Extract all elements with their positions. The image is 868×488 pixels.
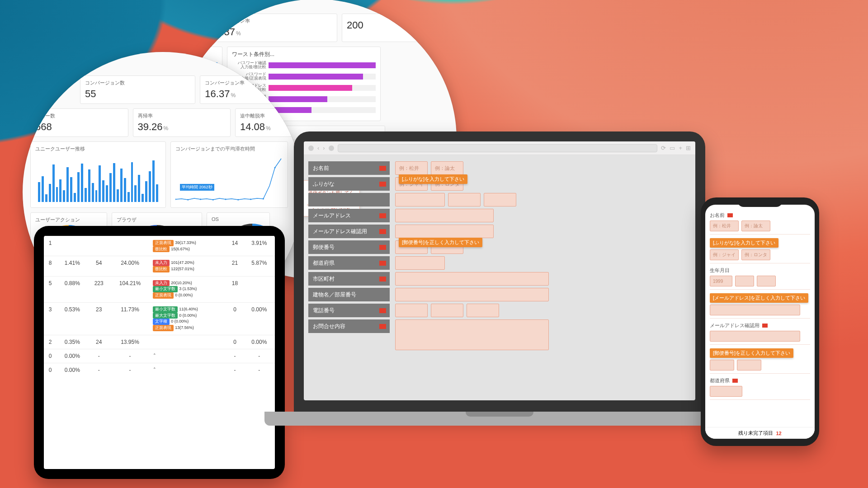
contact-form-mobile: お名前例：松井例：論太[ふりがな]を入力して下さい例：ジャイ例：ロンタ生年月日1… bbox=[710, 208, 810, 426]
form-row: 市区町村 bbox=[308, 272, 691, 286]
form-input[interactable]: 例：論太 bbox=[741, 221, 770, 231]
required-badge bbox=[379, 166, 386, 171]
toolbar-extra-3[interactable]: ⊞ bbox=[686, 145, 691, 151]
form-label: メールアドレス bbox=[308, 209, 390, 222]
metric-card: 再帰率 39.26% bbox=[133, 108, 231, 137]
form-label: メールアドレス確認用 bbox=[710, 322, 810, 329]
card-title: ワースト条件別... bbox=[232, 51, 376, 58]
form-row: 建物名／部屋番号 bbox=[308, 288, 691, 301]
window-control[interactable] bbox=[308, 145, 314, 151]
form-row: メールアドレス bbox=[308, 209, 691, 222]
form-row: 例：松井例：論太 bbox=[710, 221, 810, 231]
contact-form: 必須項目に入力の上送信ボタンを押してください。 入力進捗 0% (0/15) お… bbox=[304, 155, 695, 357]
laptop-base bbox=[264, 412, 735, 426]
form-label: 生年月日 bbox=[710, 267, 810, 274]
unique-users-chart bbox=[35, 154, 161, 204]
svg-point-1 bbox=[187, 199, 189, 200]
svg-point-6 bbox=[250, 198, 251, 200]
form-input[interactable] bbox=[484, 193, 516, 206]
table-row: 1 正規表現39(17.33%)衝比較15(6.67%) 143.91% bbox=[44, 236, 275, 256]
form-input[interactable] bbox=[395, 304, 428, 317]
validation-tip: [ふりがな]を入力して下さい bbox=[710, 238, 778, 248]
toolbar-extra-2[interactable]: + bbox=[679, 145, 682, 151]
required-badge bbox=[379, 245, 386, 250]
form-row: 都道府県 bbox=[308, 256, 691, 270]
metric-value: 568 bbox=[35, 121, 123, 133]
metric-card: コンバージョン数 55 bbox=[80, 75, 195, 104]
form-row: 例：ジャイ例：ロンタ bbox=[710, 249, 810, 260]
form-label: ふりがな bbox=[308, 177, 390, 191]
remaining-label: 残り未完了項目 bbox=[738, 430, 773, 436]
form-input[interactable] bbox=[710, 305, 800, 315]
table-row: 30.53%2311.73% 最小文字数11(6.40%)最大文字数0 (0.0… bbox=[44, 302, 275, 335]
svg-point-0 bbox=[175, 198, 176, 200]
form-input[interactable] bbox=[757, 276, 776, 286]
form-input[interactable] bbox=[467, 304, 499, 317]
form-input[interactable]: 例：松井 bbox=[710, 221, 739, 231]
table-row: 81.41%5424.00% 未入力101(47.20%)衝比較122(57.0… bbox=[44, 256, 275, 276]
form-label: 電話番号 bbox=[308, 304, 390, 317]
form-input[interactable] bbox=[710, 360, 734, 371]
form-row: メールアドレス確認用 bbox=[308, 225, 691, 238]
form-label: 郵便番号 bbox=[308, 240, 390, 254]
required-badge bbox=[727, 213, 733, 217]
worst-row: パスワード入力後/正規表現 bbox=[232, 72, 376, 81]
form-row bbox=[710, 305, 810, 315]
avg-stay-chart: 平均時間 2062秒 bbox=[175, 154, 283, 204]
metric-value: 55 bbox=[85, 88, 190, 100]
required-badge bbox=[379, 261, 386, 266]
card-title: ブラウザ bbox=[117, 216, 197, 223]
form-input[interactable] bbox=[737, 360, 761, 371]
form-input[interactable] bbox=[710, 331, 800, 342]
form-input[interactable] bbox=[395, 193, 445, 206]
svg-point-7 bbox=[263, 198, 264, 199]
svg-point-4 bbox=[225, 198, 226, 200]
rate-metric-row: ビュー数 568 再帰率 39.26% 途中離脱率 14.08% 確定率 46.… bbox=[30, 108, 303, 137]
remaining-count: 12 bbox=[776, 431, 781, 436]
nav-back-icon[interactable]: ‹ bbox=[317, 145, 319, 151]
form-input[interactable] bbox=[395, 256, 445, 270]
form-input[interactable] bbox=[395, 225, 494, 238]
form-input[interactable] bbox=[735, 276, 754, 286]
metric-label: ビュー数 bbox=[35, 113, 123, 119]
form-input[interactable] bbox=[395, 209, 494, 222]
form-input[interactable] bbox=[395, 288, 549, 301]
required-badge bbox=[379, 324, 386, 329]
form-input[interactable]: 例：ロンタ bbox=[741, 249, 770, 260]
form-label: お名前 bbox=[710, 212, 810, 219]
form-input[interactable] bbox=[395, 272, 549, 286]
url-bar[interactable] bbox=[338, 144, 658, 152]
refresh-end-icon[interactable]: ⟳ bbox=[661, 145, 666, 151]
browser-toolbar: ‹ › ⟳ ▭ + ⊞ bbox=[304, 141, 695, 155]
form-input[interactable] bbox=[395, 319, 549, 350]
nav-forward-icon[interactable]: › bbox=[323, 145, 325, 151]
avg-stay-badge: 平均時間 2062秒 bbox=[180, 184, 214, 191]
toolbar-extra-1[interactable]: ▭ bbox=[670, 145, 675, 151]
form-row: ふりがな 例：ジャイ例：ロンタ[ふりがな]を入力して下さい bbox=[308, 177, 691, 191]
required-badge bbox=[379, 308, 386, 313]
required-badge bbox=[732, 379, 738, 383]
form-label: メールアドレス確認用 bbox=[308, 225, 390, 238]
card-title: ユーザーアクション bbox=[35, 216, 102, 223]
card-title: ユニークユーザー推移 bbox=[35, 145, 161, 152]
form-input[interactable] bbox=[710, 386, 742, 397]
table-row: 00.00%-- ⌃ -- bbox=[44, 349, 275, 363]
table-row: 50.88%223104.21% 未入力20(10.20%)最小文字数3 (1.… bbox=[44, 276, 275, 302]
form-input[interactable]: 例：ジャイ bbox=[710, 249, 739, 260]
svg-point-5 bbox=[237, 199, 239, 200]
analytics-table: 1 正規表現39(17.33%)衝比較15(6.67%) 143.91% 81.… bbox=[44, 236, 275, 377]
worst-row: パスワード確認入力後/衝比較 bbox=[232, 61, 376, 70]
form-input[interactable]: 1999 bbox=[710, 276, 732, 286]
form-label: お問合せ内容 bbox=[308, 319, 390, 333]
svg-point-2 bbox=[200, 198, 201, 200]
form-input[interactable]: 例：松井 bbox=[395, 161, 428, 175]
svg-point-8 bbox=[274, 167, 276, 168]
unique-users-card: ユニークユーザー推移 bbox=[30, 141, 166, 208]
form-input[interactable] bbox=[431, 304, 463, 317]
form-input[interactable]: 例：論太 bbox=[431, 161, 463, 175]
validation-tip: [メールアドレス]を正しく入力して下さい bbox=[710, 293, 808, 303]
reload-icon[interactable] bbox=[329, 145, 334, 151]
form-label: 建物名／部屋番号 bbox=[308, 288, 390, 301]
form-row bbox=[308, 193, 691, 206]
form-input[interactable] bbox=[448, 193, 481, 206]
